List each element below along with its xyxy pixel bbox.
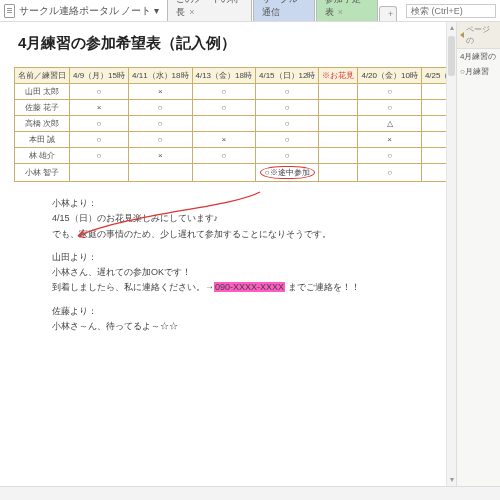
page-list-item[interactable]: ○月練習 xyxy=(457,64,500,79)
attendance-cell[interactable]: ○ xyxy=(70,132,129,148)
search-input[interactable] xyxy=(406,4,496,18)
add-tab-button[interactable]: + xyxy=(379,6,397,21)
comment-text: でも、家庭の事情のため、少し遅れて参加することになりそうです。 xyxy=(52,227,442,242)
attendance-cell[interactable]: ○ xyxy=(358,100,421,116)
attendance-cell[interactable] xyxy=(319,100,358,116)
name-cell: 山田 太郎 xyxy=(15,84,70,100)
page-content: 4月練習の参加希望表（記入例） 名前／練習日4/9（月）15時4/11（水）18… xyxy=(0,22,456,486)
name-cell: 本田 誠 xyxy=(15,132,70,148)
attendance-cell[interactable]: × xyxy=(358,132,421,148)
table-row: 林 雄介○×○○○△ xyxy=(15,148,457,164)
page-tabs: このノートの特長× サークル通信 参加予定表× + xyxy=(167,1,398,21)
scrollbar-thumb[interactable] xyxy=(448,36,455,76)
comment-text: 4/15（日）のお花見楽しみにしています♪ xyxy=(52,211,442,226)
attendance-cell[interactable]: △ xyxy=(358,116,421,132)
name-cell: 佐藤 花子 xyxy=(15,100,70,116)
attendance-cell[interactable] xyxy=(192,116,255,132)
column-header: 4/9（月）15時 xyxy=(70,68,129,84)
column-header: 4/15（日）12時 xyxy=(255,68,318,84)
attendance-cell[interactable]: ○ xyxy=(255,116,318,132)
attendance-cell[interactable]: × xyxy=(129,148,192,164)
attendance-cell[interactable] xyxy=(319,148,358,164)
comment-text: 小林さ～ん、待ってるよ～☆☆ xyxy=(52,319,442,334)
attendance-cell[interactable]: ○ xyxy=(192,100,255,116)
attendance-cell[interactable]: ○ xyxy=(129,116,192,132)
attendance-cell[interactable]: ○ xyxy=(358,164,421,182)
attendance-cell[interactable] xyxy=(319,116,358,132)
attendance-cell[interactable]: ○※途中参加 xyxy=(255,164,318,182)
tab-circle-news[interactable]: サークル通信 xyxy=(253,0,315,21)
attendance-cell[interactable]: ○ xyxy=(70,84,129,100)
column-header: ※お花見 xyxy=(319,68,358,84)
name-cell: 小林 智子 xyxy=(15,164,70,182)
table-row: 高橋 次郎○○○△○ xyxy=(15,116,457,132)
table-row: 小林 智子○※途中参加○○ xyxy=(15,164,457,182)
collapse-icon xyxy=(460,32,464,38)
comment-author: 小林より： xyxy=(52,196,442,211)
column-header: 4/20（金）10時 xyxy=(358,68,421,84)
attendance-cell[interactable] xyxy=(319,164,358,182)
circled-annotation: ○※途中参加 xyxy=(260,166,315,179)
column-header: 名前／練習日 xyxy=(15,68,70,84)
scroll-up-icon[interactable]: ▴ xyxy=(447,22,456,34)
scroll-down-icon[interactable]: ▾ xyxy=(447,474,456,486)
attendance-cell[interactable] xyxy=(192,164,255,182)
page-list-panel: ページの 4月練習の ○月練習 xyxy=(456,22,500,486)
comment-author: 山田より： xyxy=(52,250,442,265)
attendance-table: 名前／練習日4/9（月）15時4/11（水）18時4/13（金）18時4/15（… xyxy=(14,67,456,182)
attendance-cell[interactable]: ○ xyxy=(358,148,421,164)
document-title: サークル連絡ポータル ノート ▾ xyxy=(19,4,160,18)
attendance-cell[interactable]: ○ xyxy=(255,148,318,164)
attendance-cell[interactable]: ○ xyxy=(129,100,192,116)
attendance-cell[interactable]: × xyxy=(192,132,255,148)
page-list-item[interactable]: 4月練習の xyxy=(457,49,500,64)
page-title: 4月練習の参加希望表（記入例） xyxy=(18,34,442,53)
close-icon[interactable]: × xyxy=(338,7,343,17)
table-row: 佐藤 花子×○○○○× xyxy=(15,100,457,116)
attendance-cell[interactable]: ○ xyxy=(129,132,192,148)
comments-section[interactable]: 小林より： 4/15（日）のお花見楽しみにしています♪ でも、家庭の事情のため、… xyxy=(52,196,442,334)
close-icon[interactable]: × xyxy=(189,7,194,17)
comment-text: 小林さん、遅れての参加OKです！ xyxy=(52,265,442,280)
attendance-cell[interactable]: ○ xyxy=(255,132,318,148)
status-bar xyxy=(0,486,500,500)
tab-features[interactable]: このノートの特長× xyxy=(167,0,251,21)
attendance-cell[interactable]: ○ xyxy=(70,116,129,132)
attendance-cell[interactable]: ○ xyxy=(255,84,318,100)
table-row: 本田 誠○○×○×○ xyxy=(15,132,457,148)
table-row: 山田 太郎○×○○○○ xyxy=(15,84,457,100)
document-icon xyxy=(4,4,15,18)
panel-header[interactable]: ページの xyxy=(457,22,500,49)
attendance-cell[interactable] xyxy=(319,84,358,100)
comment-author: 佐藤より： xyxy=(52,304,442,319)
comment-text: 到着しましたら、私に連絡ください。→090-XXXX-XXXX までご連絡を！！ xyxy=(52,280,442,295)
name-cell: 林 雄介 xyxy=(15,148,70,164)
tab-schedule[interactable]: 参加予定表× xyxy=(316,0,378,21)
attendance-cell[interactable]: ○ xyxy=(358,84,421,100)
attendance-cell[interactable] xyxy=(70,164,129,182)
attendance-cell[interactable]: ○ xyxy=(192,148,255,164)
column-header: 4/11（水）18時 xyxy=(129,68,192,84)
attendance-cell[interactable]: ○ xyxy=(192,84,255,100)
column-header: 4/13（金）18時 xyxy=(192,68,255,84)
attendance-cell[interactable] xyxy=(129,164,192,182)
attendance-cell[interactable] xyxy=(319,132,358,148)
vertical-scrollbar[interactable]: ▴ ▾ xyxy=(446,22,456,486)
attendance-cell[interactable]: × xyxy=(70,100,129,116)
attendance-cell[interactable]: ○ xyxy=(70,148,129,164)
attendance-cell[interactable]: × xyxy=(129,84,192,100)
name-cell: 高橋 次郎 xyxy=(15,116,70,132)
highlighted-phone: 090-XXXX-XXXX xyxy=(214,282,285,292)
attendance-cell[interactable]: ○ xyxy=(255,100,318,116)
